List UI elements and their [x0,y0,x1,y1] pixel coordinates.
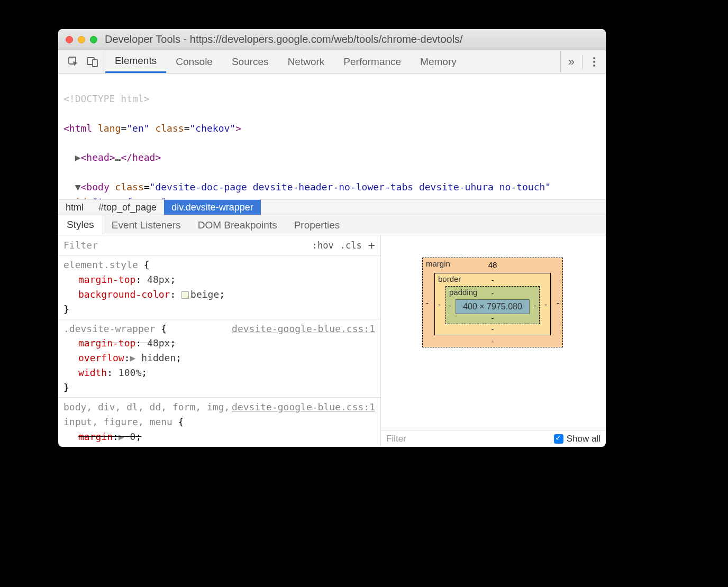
new-style-rule-button[interactable]: + [368,239,375,252]
svg-rect-2 [93,60,97,67]
subtab-properties[interactable]: Properties [286,215,349,235]
padding-top-val[interactable]: - [492,289,494,298]
main-toolbar: Elements Console Sources Network Perform… [58,50,606,74]
dom-head[interactable]: ▶<head>…</head> [63,150,606,165]
subtab-dom-breakpoints[interactable]: DOM Breakpoints [189,215,286,235]
subtabs: Styles Event Listeners DOM Breakpoints P… [58,215,606,235]
styles-panel: Filter :hov .cls + element.style {margin… [58,235,381,447]
box-model-padding[interactable]: padding - - - - 400 × 7975.080 [445,286,540,324]
tab-performance[interactable]: Performance [334,50,411,73]
style-source-link[interactable]: devsite-google-blue.css:1 [232,400,375,415]
breadcrumb-item-html[interactable]: html [58,200,91,215]
computed-filter-row: Filter Show all [381,430,606,447]
lower-panel: Filter :hov .cls + element.style {margin… [58,235,606,447]
close-button[interactable] [66,36,73,43]
toolbar-right: » [560,50,606,73]
box-model[interactable]: margin 48 - - - border - - - - padding - [422,258,563,347]
traffic-lights [66,36,97,43]
devtools-window: Developer Tools - https://developers.goo… [58,29,606,447]
padding-label: padding [449,288,477,297]
subtab-event-listeners[interactable]: Event Listeners [103,215,189,235]
minimize-button[interactable] [78,36,85,43]
kebab-menu-icon[interactable] [590,54,598,70]
computed-filter-input[interactable]: Filter [386,434,406,444]
padding-left-val[interactable]: - [449,301,452,310]
color-swatch[interactable] [181,291,189,299]
main-tabs: Elements Console Sources Network Perform… [105,50,466,73]
titlebar: Developer Tools - https://developers.goo… [58,29,606,50]
box-model-content[interactable]: 400 × 7975.080 [456,299,530,314]
toolbar-left [58,50,105,73]
border-top-val[interactable]: - [492,276,494,285]
show-all-checkbox[interactable] [554,434,563,444]
zoom-button[interactable] [90,36,97,43]
breadcrumb: html #top_of_page div.devsite-wrapper [58,199,606,215]
styles-filter-input[interactable]: Filter [63,240,98,251]
style-rule[interactable]: element.style {margin-top: 48px;backgrou… [58,255,380,319]
dom-body-open[interactable]: ▼<body class="devsite-doc-page devsite-h… [63,180,606,199]
breadcrumb-item-selected[interactable]: div.devsite-wrapper [164,200,261,215]
more-tabs-icon[interactable]: » [568,55,575,69]
padding-bottom-val[interactable]: - [492,314,494,323]
tab-elements[interactable]: Elements [105,50,166,73]
dom-html-open[interactable]: <html lang="en" class="chekov"> [63,121,606,136]
border-right-val[interactable]: - [544,300,547,309]
box-model-margin[interactable]: margin 48 - - - border - - - - padding - [422,258,563,347]
margin-bottom-val[interactable]: - [492,337,494,346]
show-all-label: Show all [567,434,600,444]
hov-toggle[interactable]: :hov [312,240,334,251]
dom-tree[interactable]: <!DOCTYPE html> <html lang="en" class="c… [58,74,606,199]
cls-toggle[interactable]: .cls [340,240,362,251]
margin-top-val[interactable]: 48 [488,260,497,269]
style-declaration[interactable]: width: 100%; [63,365,375,380]
margin-label: margin [426,259,450,268]
style-rule[interactable]: devsite-google-blue.css:1.devsite-wrappe… [58,319,380,398]
style-source-link[interactable]: devsite-google-blue.css:1 [232,322,375,336]
show-all-toggle[interactable]: Show all [554,434,600,444]
margin-left-val[interactable]: - [426,298,429,307]
dom-doctype[interactable]: <!DOCTYPE html> [63,91,606,106]
window-title: Developer Tools - https://developers.goo… [105,33,463,45]
style-declaration[interactable]: margin-top: 48px; [63,272,375,287]
margin-right-val[interactable]: - [557,298,559,307]
border-label: border [438,274,461,283]
style-declaration[interactable]: margin:▶ 0; [63,429,375,444]
border-left-val[interactable]: - [438,300,441,309]
style-selector[interactable]: .devsite-wrapper [63,323,155,334]
styles-filter-row: Filter :hov .cls + [58,235,380,255]
device-toggle-icon[interactable] [87,56,98,68]
padding-right-val[interactable]: - [533,301,536,310]
tab-console[interactable]: Console [166,50,222,73]
border-bottom-val[interactable]: - [492,325,494,334]
style-selector[interactable]: element.style [63,259,138,270]
style-declaration[interactable]: background-color: beige; [63,287,375,302]
style-declaration[interactable]: overflow:▶ hidden; [63,351,375,365]
style-selector[interactable]: body, div, dl, dd, form, img, input, fig… [63,401,230,427]
styles-controls: :hov .cls + [312,239,375,252]
inspect-element-icon[interactable] [68,56,79,68]
tab-memory[interactable]: Memory [411,50,466,73]
subtab-styles[interactable]: Styles [58,215,103,235]
tab-sources[interactable]: Sources [222,50,278,73]
style-rule[interactable]: devsite-google-blue.css:1body, div, dl, … [58,398,380,447]
computed-panel: margin 48 - - - border - - - - padding - [381,235,606,447]
style-declaration[interactable]: margin-top: 48px; [63,336,375,351]
tab-network[interactable]: Network [278,50,334,73]
box-model-border[interactable]: border - - - - padding - - - - 400 × 797… [434,273,551,335]
styles-rules[interactable]: element.style {margin-top: 48px;backgrou… [58,255,380,447]
breadcrumb-item-body[interactable]: #top_of_page [91,200,164,215]
